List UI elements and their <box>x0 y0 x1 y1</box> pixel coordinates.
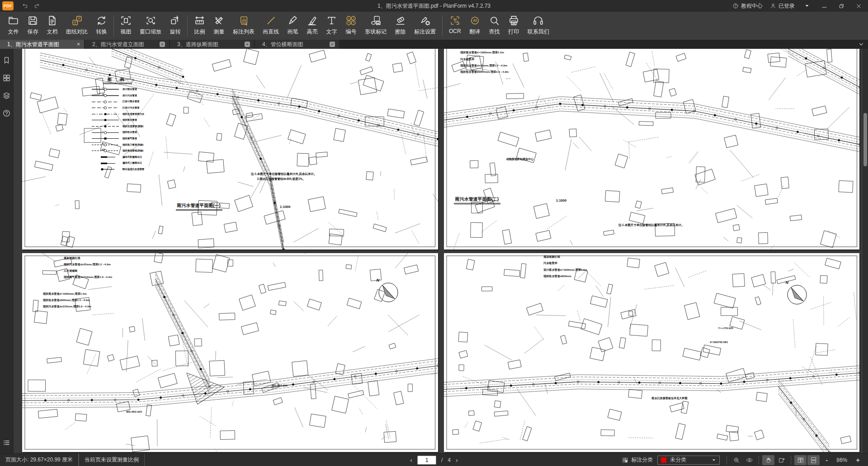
headset-icon <box>533 15 544 26</box>
toolbar-search-button[interactable]: 查找 <box>485 14 504 36</box>
toolbar-shapes-button[interactable]: 形状标记 <box>361 14 391 36</box>
tab-close-icon[interactable]: × <box>245 42 250 47</box>
toolbar-draw-line-button[interactable]: 画直线 <box>259 14 283 36</box>
scrollbar-thumb[interactable] <box>863 113 867 166</box>
measure-scale-hint[interactable]: 当前页未设置测量比例 <box>79 454 145 466</box>
pdf-page-3[interactable]: 规划道路红线现状污水管道dn35mm,埋深2.2 ~4.9m人行道铺装现状燃气管… <box>22 253 438 452</box>
annotation-category-button[interactable]: 标注分类 <box>618 456 657 464</box>
toolbar-compare-button[interactable]: AB图纸对比 <box>62 14 92 36</box>
toolbar-text-button[interactable]: 文字 <box>322 14 341 36</box>
drawing-label: 现状雨水管道d=1000mm,埋深1.5m <box>460 51 504 55</box>
toolbar-rotate-button[interactable]: 旋转 <box>165 14 185 36</box>
toolbar-annotation-settings-button[interactable]: 标注设置 <box>410 14 440 36</box>
left-sidebar <box>0 49 14 453</box>
legend-entry-label: 设计污水管道 <box>123 94 137 97</box>
redo-button[interactable] <box>31 1 42 11</box>
tab-document-1[interactable]: 1、雨污水管道平面图× <box>0 40 84 49</box>
category-value: 未分类 <box>670 456 686 464</box>
tab-document-4[interactable]: 4、管位横断面图× <box>255 40 339 49</box>
menu-caret-button[interactable] <box>802 1 812 10</box>
login-status-button[interactable]: 已登录 <box>770 2 795 10</box>
drawing-label: 现状给水管道de225mm,埋深2.9 ~4.9m <box>460 70 509 74</box>
prev-page-button[interactable]: ‹ <box>410 457 412 463</box>
toolbar-window-zoom-button[interactable]: 窗口缩放 <box>136 14 165 36</box>
document-tab-bar: 1、雨污水管道平面图×2、雨污水管道立面图×3、道路纵断面图×4、管位横断面图× <box>0 40 868 49</box>
legend-row: 已设计雨水管道 <box>91 100 145 104</box>
toolbar-label: 查找 <box>489 28 500 36</box>
sidebar-thumbnails-button[interactable] <box>2 74 11 82</box>
tab-label: 3、道路纵断面图 <box>177 41 218 48</box>
toolbar-ocr-button[interactable]: OCR <box>445 14 465 35</box>
drawing-label: 现状雨水管道d=1000mm,埋深1.5m <box>43 292 87 296</box>
toolbar-print-button[interactable]: 打印 <box>504 14 524 36</box>
pdf-page-4[interactable]: 规划道路红线污水检查井设计雨水管道d=1000mm,埋深1.5m现状给水管道d6… <box>444 253 860 452</box>
drawing-label: W0+862.500 <box>272 384 288 387</box>
category-grid-icon <box>622 457 628 463</box>
hand-tool-button[interactable] <box>762 455 774 465</box>
zoom-level[interactable]: 86% <box>834 457 849 463</box>
window-zoom-icon <box>145 15 156 26</box>
facing-pages-button[interactable] <box>794 455 807 465</box>
toolbar-label: 编号 <box>346 28 357 36</box>
sidebar-help-button[interactable] <box>2 109 11 118</box>
ocr-icon <box>449 15 461 26</box>
vertical-scrollbar[interactable] <box>863 49 868 453</box>
undo-icon <box>22 3 28 9</box>
legend-row: DX现状通信管线(拆除) <box>91 149 145 153</box>
note-line: 注:1.本图尺寸单位除管径以毫米计外,其余以米计。 <box>618 222 684 227</box>
zoom-out-button[interactable]: - <box>826 457 828 463</box>
measure-icon <box>213 15 225 26</box>
tab-document-2[interactable]: 2、雨污水管道立面图× <box>85 40 169 49</box>
toolbar-scale-button[interactable]: 比例 <box>190 14 209 36</box>
tab-close-icon[interactable]: × <box>330 42 335 47</box>
sidebar-layers-button[interactable] <box>2 91 11 100</box>
pdf-page-2[interactable]: 雨污水管道平面图(二)1:1000注:1.本图尺寸单位除管径以毫米计外,其余以米… <box>444 49 860 249</box>
status-bar: 页面大小: 29.67×20.99 厘米 当前页未设置测量比例 ‹ 1 / 4 … <box>0 453 868 466</box>
tab-close-icon[interactable]: × <box>160 42 165 47</box>
minimize-button[interactable] <box>819 1 829 10</box>
toolbar-pen-button[interactable]: 画笔 <box>283 14 302 36</box>
toolbar-annotation-list-button[interactable]: 标注列表 <box>229 14 259 36</box>
next-page-button[interactable]: › <box>456 457 458 463</box>
toolbar-folder-button[interactable]: 文件 <box>4 14 23 36</box>
legend-row: R现状热力管道(拆除) <box>91 143 145 147</box>
search-icon <box>489 15 500 26</box>
pdf-page-1[interactable]: 图 例Y设计雨水管道W设计污水管道已设计雨水管道已设计污水管道现状合流管道接污水… <box>22 49 438 249</box>
toolbar-number-button[interactable]: 1234编号 <box>341 14 361 36</box>
page-number-input[interactable]: 1 <box>417 456 436 465</box>
close-button[interactable] <box>854 1 863 10</box>
toolbar-highlight-button[interactable]: 高亮 <box>302 14 322 36</box>
toolbar-save-button[interactable]: 保存 <box>23 14 42 36</box>
sidebar-annotation-panel-button[interactable] <box>2 438 11 447</box>
drawing-label: 现状燃气管道dn710mm,埋深1.6 ~4.2m <box>64 275 112 279</box>
drawing-label: 设计雨水管道d=1000mm,埋深1.5m <box>543 268 587 272</box>
toolbar-document-button[interactable]: 文档 <box>42 14 62 36</box>
toolbar-view-button[interactable]: 视图 <box>116 14 136 36</box>
tab-close-icon[interactable]: × <box>77 42 80 47</box>
zoom-in-button[interactable]: + <box>856 457 860 463</box>
tab-document-3[interactable]: 3、道路纵断面图× <box>170 40 254 49</box>
main-area: 图 例Y设计雨水管道W设计污水管道已设计雨水管道已设计污水管道现状合流管道接污水… <box>0 49 868 453</box>
toolbar-measure-button[interactable]: 测量 <box>209 14 229 36</box>
app-logo[interactable]: PDF <box>2 1 14 10</box>
legend-entry-label: 现状给水管道 <box>123 131 137 133</box>
category-dropdown[interactable]: 未分类 <box>657 456 720 465</box>
translate-icon: AI <box>469 15 481 26</box>
add-note-button[interactable] <box>775 455 788 465</box>
toolbar-convert-button[interactable]: 转换 <box>92 14 111 36</box>
continuous-scroll-button[interactable] <box>807 455 820 465</box>
svg-text:AI: AI <box>473 18 476 23</box>
tab-list-chevron-button[interactable] <box>858 41 864 47</box>
toolbar-eraser-button[interactable]: 擦除 <box>391 14 410 36</box>
chevron-down-icon <box>858 41 864 47</box>
toolbar-translate-button[interactable]: AI翻译 <box>465 14 485 36</box>
number-icon: 1234 <box>345 15 357 26</box>
restore-button[interactable] <box>836 1 846 10</box>
tutorial-center-button[interactable]: 教程中心 <box>732 2 763 10</box>
marquee-zoom-button[interactable] <box>730 455 742 465</box>
visibility-button[interactable] <box>743 455 755 465</box>
toolbar-headset-button[interactable]: 联系我们 <box>524 14 553 36</box>
undo-button[interactable] <box>19 1 31 11</box>
save-icon <box>27 15 38 26</box>
sidebar-bookmarks-button[interactable] <box>2 56 11 65</box>
